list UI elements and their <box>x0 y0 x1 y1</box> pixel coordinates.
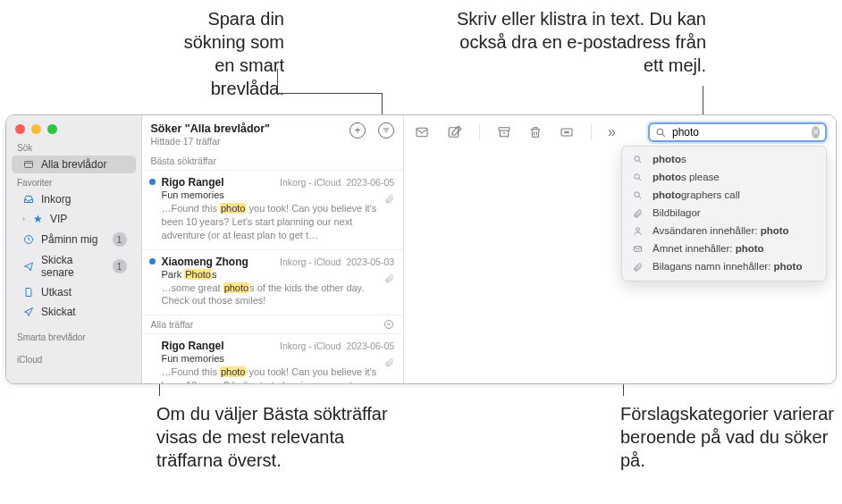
save-search-button[interactable]: + <box>349 122 366 139</box>
message-subject: Fun memories <box>162 353 395 364</box>
search-icon <box>633 190 645 200</box>
svg-rect-0 <box>25 162 33 168</box>
sidebar-item-vip[interactable]: › ★ VIP <box>12 210 136 228</box>
filter-button[interactable] <box>378 122 394 139</box>
search-suggestions: photos photos please photographers call … <box>621 146 827 281</box>
sidebar: Sök Alla brevlådor Favoriter Inkorg › ★ … <box>6 115 142 383</box>
svg-rect-5 <box>499 128 509 130</box>
trash-icon[interactable] <box>528 124 543 140</box>
callout-type-paste: Skriv eller klistra in text. Du kan ocks… <box>438 7 706 77</box>
svg-rect-3 <box>417 128 427 136</box>
attachment-icon <box>633 208 645 218</box>
message-mailbox: Inkorg - iCloud <box>280 256 341 267</box>
archive-icon[interactable] <box>496 125 512 139</box>
search-icon <box>633 172 645 182</box>
mailbox-icon <box>22 159 35 170</box>
sidebar-item-label: Påminn mig <box>41 233 106 246</box>
clock-icon <box>22 234 35 245</box>
sort-icon[interactable] <box>383 319 394 330</box>
sidebar-item-label: VIP <box>50 213 127 225</box>
suggestion-item[interactable]: Bildbilagor <box>622 204 826 222</box>
search-icon <box>633 155 645 164</box>
attachment-icon <box>633 262 645 272</box>
sidebar-item-label: Skickat <box>41 306 127 318</box>
suggestion-item[interactable]: Bilagans namn innehåller: photo <box>622 257 826 275</box>
badge-count: 1 <box>113 232 127 247</box>
sidebar-item-label: Alla brevlådor <box>41 158 127 171</box>
suggestion-item[interactable]: Avsändaren innehåller: photo <box>622 222 826 239</box>
envelope-icon <box>633 244 645 254</box>
svg-point-9 <box>635 173 640 179</box>
person-icon <box>633 226 645 236</box>
sidebar-item-inbox[interactable]: Inkorg <box>12 190 136 208</box>
reply-icon[interactable] <box>413 125 431 139</box>
message-row[interactable]: Rigo Rangel Inkorg - iCloud 2023-06-05 F… <box>142 171 404 250</box>
sidebar-item-all-mailboxes[interactable]: Alla brevlådor <box>12 155 136 173</box>
sidebar-section-smart: Smarta brevlådor <box>6 329 141 344</box>
zoom-window-button[interactable] <box>47 124 57 134</box>
search-icon <box>655 127 667 139</box>
message-mailbox: Inkorg - iCloud <box>280 177 341 188</box>
result-count: Hittade 17 träffar <box>151 136 350 147</box>
minimize-window-button[interactable] <box>31 124 41 134</box>
message-date: 2023-05-03 <box>346 256 394 267</box>
callout-best-hits: Om du väljer Bästa sökträffar visas de m… <box>156 402 389 472</box>
clear-search-icon[interactable]: ✕ <box>812 126 820 139</box>
attachment-icon <box>384 273 394 283</box>
svg-point-8 <box>635 155 640 161</box>
callout-suggestion-categories: Förslagskategorier varierar beroende på … <box>620 402 835 472</box>
suggestion-item[interactable]: photos <box>622 150 826 168</box>
suggestion-item[interactable]: photos please <box>622 168 826 186</box>
sidebar-item-label: Utkast <box>41 286 127 298</box>
junk-icon[interactable] <box>559 125 575 139</box>
more-icon[interactable]: » <box>608 124 616 140</box>
inbox-icon <box>22 194 35 205</box>
sidebar-section-icloud: iCloud <box>6 351 141 366</box>
toolbar: » ✕ <box>404 115 836 149</box>
star-icon: ★ <box>31 213 44 225</box>
document-icon <box>22 287 35 298</box>
message-list-header: Söker "Alla brevlådor" Hittade 17 träffa… <box>142 115 404 152</box>
sidebar-item-label: Inkorg <box>41 193 127 206</box>
badge-count: 1 <box>113 259 127 273</box>
svg-point-11 <box>636 227 640 231</box>
sidebar-item-sent[interactable]: Skickat <box>12 303 136 321</box>
message-date: 2023-06-05 <box>346 177 394 188</box>
message-date: 2023-06-05 <box>346 340 394 351</box>
sidebar-item-drafts[interactable]: Utkast <box>12 283 136 301</box>
sidebar-item-sendlater[interactable]: Skicka senare 1 <box>12 251 136 281</box>
section-all-hits: Alla träffar <box>142 315 404 334</box>
search-input[interactable] <box>672 126 806 139</box>
send-later-icon <box>22 261 35 272</box>
message-preview: …Found this photo you took! Can you beli… <box>162 202 395 242</box>
message-sender: Rigo Rangel <box>162 176 275 189</box>
close-window-button[interactable] <box>15 124 25 134</box>
window-controls <box>6 121 141 139</box>
unread-dot-icon <box>149 179 156 185</box>
message-mailbox: Inkorg - iCloud <box>280 340 341 351</box>
reading-pane: » ✕ photos photos ple <box>404 115 836 383</box>
search-field[interactable]: ✕ <box>648 122 827 142</box>
message-list: Söker "Alla brevlådor" Hittade 17 träffa… <box>142 115 405 383</box>
suggestion-item[interactable]: Ämnet innehåller: photo <box>622 239 826 257</box>
sidebar-item-remind[interactable]: Påminn mig 1 <box>12 230 136 249</box>
sidebar-item-label: Skicka senare <box>41 254 106 279</box>
attachment-icon <box>384 357 394 367</box>
paper-plane-icon <box>22 307 35 317</box>
unread-dot-icon <box>149 258 156 265</box>
message-row[interactable]: Xiaomeng Zhong Inkorg - iCloud 2023-05-0… <box>142 250 404 316</box>
sidebar-section-search: Sök <box>6 139 141 155</box>
svg-point-10 <box>635 191 640 197</box>
svg-point-7 <box>657 129 663 135</box>
chevron-right-icon: › <box>22 214 25 223</box>
message-subject: Fun memories <box>162 189 395 200</box>
attachment-icon <box>384 194 394 204</box>
suggestion-item[interactable]: photographers call <box>622 186 826 204</box>
sidebar-section-favorites: Favoriter <box>6 174 141 189</box>
message-preview: …Found this photo you took! Can you beli… <box>162 365 395 384</box>
compose-icon[interactable] <box>447 124 463 140</box>
mail-window: Sök Alla brevlådor Favoriter Inkorg › ★ … <box>5 114 837 384</box>
message-subject: Park Photos <box>162 269 395 280</box>
message-preview: …some great photos of the kids the other… <box>162 281 395 308</box>
message-row[interactable]: Rigo Rangel Inkorg - iCloud 2023-06-05 F… <box>142 334 404 384</box>
